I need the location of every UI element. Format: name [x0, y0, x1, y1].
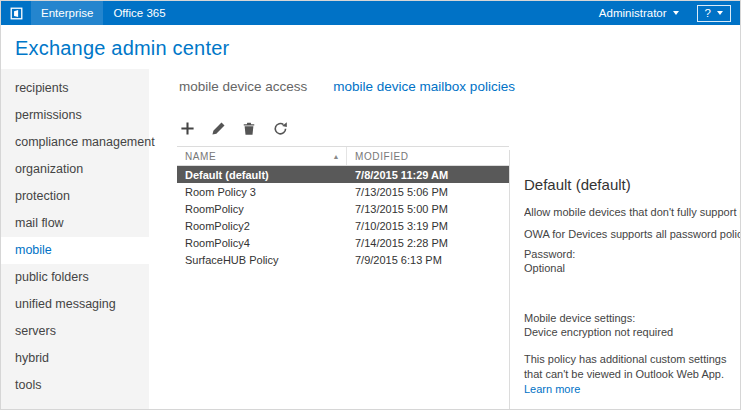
- sidebar-item-public-folders[interactable]: public folders: [1, 264, 149, 291]
- administrator-menu[interactable]: Administrator: [589, 1, 689, 25]
- sidebar-item-hybrid[interactable]: hybrid: [1, 345, 149, 372]
- device-settings-label: Mobile device settings:: [524, 312, 740, 324]
- refresh-button[interactable]: [272, 122, 288, 138]
- sidebar-item-protection[interactable]: protection: [1, 183, 149, 210]
- policy-name-cell: SurfaceHUB Policy: [177, 254, 347, 266]
- exchange-admin-center-window: Enterprise Office 365 Administrator ? Ex…: [0, 0, 741, 410]
- sidebar: recipients permissions compliance manage…: [1, 69, 149, 409]
- policy-name-cell: RoomPolicy: [177, 203, 347, 215]
- name-column-label: NAME: [185, 151, 216, 162]
- policy-name-cell: Room Policy 3: [177, 186, 347, 198]
- plus-icon: [180, 121, 195, 139]
- page-title: Exchange admin center: [1, 25, 740, 60]
- column-header-modified[interactable]: MODIFIED: [347, 151, 509, 162]
- custom-settings-text: This policy has additional custom settin…: [524, 353, 726, 380]
- table-row[interactable]: Room Policy 3 7/13/2015 5:06 PM: [177, 183, 509, 200]
- policy-name-cell: RoomPolicy2: [177, 220, 347, 232]
- topbar: Enterprise Office 365 Administrator ?: [1, 1, 740, 25]
- table-row[interactable]: RoomPolicy4 7/14/2015 2:28 PM: [177, 234, 509, 251]
- delete-button[interactable]: [241, 122, 257, 138]
- pencil-icon: [211, 121, 226, 139]
- chevron-down-icon: [673, 11, 679, 15]
- sidebar-item-mail-flow[interactable]: mail flow: [1, 210, 149, 237]
- table-row[interactable]: RoomPolicy2 7/10/2015 3:19 PM: [177, 217, 509, 234]
- help-label: ?: [705, 7, 711, 19]
- trash-icon: [242, 121, 256, 139]
- help-menu[interactable]: ?: [697, 5, 731, 22]
- modified-cell: 7/13/2015 5:06 PM: [347, 186, 509, 198]
- page-header: Exchange admin center: [1, 25, 740, 69]
- policy-name-cell: Default (default): [177, 169, 347, 181]
- sidebar-item-tools[interactable]: tools: [1, 372, 149, 399]
- modified-cell: 7/13/2015 5:00 PM: [347, 203, 509, 215]
- column-header-name[interactable]: NAME ▲: [177, 147, 347, 165]
- owa-devices-note: OWA for Devices supports all password po…: [524, 228, 740, 240]
- main-content: mobile device access mobile device mailb…: [149, 69, 740, 409]
- edit-button[interactable]: [210, 122, 226, 138]
- chevron-down-icon: [717, 11, 723, 15]
- sidebar-item-permissions[interactable]: permissions: [1, 102, 149, 129]
- table-row[interactable]: Default (default) 7/8/2015 11:29 AM: [177, 166, 509, 183]
- sidebar-item-servers[interactable]: servers: [1, 318, 149, 345]
- sidebar-item-compliance-management[interactable]: compliance management: [1, 129, 149, 156]
- administrator-label: Administrator: [599, 7, 667, 19]
- table-row[interactable]: SurfaceHUB Policy 7/9/2015 6:13 PM: [177, 251, 509, 268]
- details-title: Default (default): [524, 176, 740, 193]
- table-header: NAME ▲ MODIFIED: [177, 147, 509, 166]
- tab-bar: mobile device access mobile device mailb…: [177, 69, 740, 106]
- policy-table: NAME ▲ MODIFIED Default (default) 7/8/20…: [177, 146, 509, 268]
- modified-cell: 7/8/2015 11:29 AM: [347, 169, 509, 181]
- sidebar-item-recipients[interactable]: recipients: [1, 75, 149, 102]
- table-row[interactable]: RoomPolicy 7/13/2015 5:00 PM: [177, 200, 509, 217]
- tab-mobile-device-mailbox-policies[interactable]: mobile device mailbox policies: [333, 79, 515, 94]
- modified-cell: 7/14/2015 2:28 PM: [347, 237, 509, 249]
- policy-name-cell: RoomPolicy4: [177, 237, 347, 249]
- sort-ascending-icon: ▲: [332, 153, 340, 160]
- topbar-tab-enterprise[interactable]: Enterprise: [31, 1, 103, 25]
- sidebar-item-unified-messaging[interactable]: unified messaging: [1, 291, 149, 318]
- topbar-right: Administrator ?: [589, 1, 740, 25]
- policy-description: Allow mobile devices that don't fully su…: [524, 206, 740, 218]
- sidebar-item-organization[interactable]: organization: [1, 156, 149, 183]
- toolbar: [177, 106, 509, 146]
- add-button[interactable]: [179, 122, 195, 138]
- refresh-icon: [273, 121, 288, 139]
- password-value: Optional: [524, 262, 740, 274]
- password-label: Password:: [524, 248, 740, 260]
- sidebar-item-mobile[interactable]: mobile: [1, 237, 149, 264]
- tab-mobile-device-access[interactable]: mobile device access: [179, 79, 307, 94]
- custom-settings-note: This policy has additional custom settin…: [524, 352, 740, 397]
- device-settings-value: Device encryption not required: [524, 326, 740, 338]
- modified-cell: 7/10/2015 3:19 PM: [347, 220, 509, 232]
- learn-more-link[interactable]: Learn more: [524, 383, 580, 395]
- details-pane: Default (default) Allow mobile devices t…: [509, 106, 740, 409]
- office-logo-icon: [1, 1, 31, 25]
- modified-cell: 7/9/2015 6:13 PM: [347, 254, 509, 266]
- policy-list-pane: NAME ▲ MODIFIED Default (default) 7/8/20…: [177, 106, 509, 409]
- topbar-tab-office365[interactable]: Office 365: [103, 1, 175, 25]
